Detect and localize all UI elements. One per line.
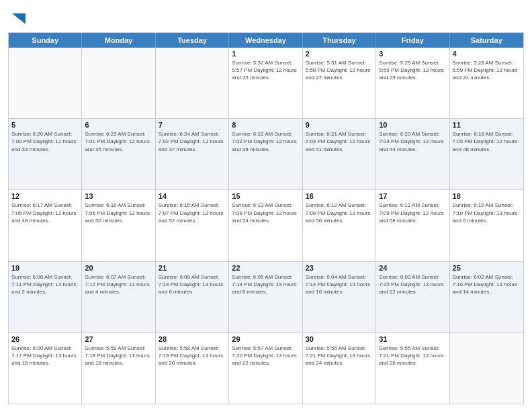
day-number: 17: [379, 192, 446, 200]
day-cell: [450, 333, 523, 404]
day-number: 2: [306, 50, 373, 58]
day-cell: 21Sunrise: 6:06 AM Sunset: 7:13 PM Dayli…: [156, 262, 229, 332]
day-info: Sunrise: 6:15 AM Sunset: 7:07 PM Dayligh…: [159, 201, 226, 224]
day-number: 13: [85, 192, 152, 200]
day-number: 24: [379, 264, 446, 272]
day-number: 20: [85, 264, 152, 272]
day-cell: 14Sunrise: 6:15 AM Sunset: 7:07 PM Dayli…: [156, 190, 229, 261]
day-info: Sunrise: 6:21 AM Sunset: 7:03 PM Dayligh…: [306, 130, 373, 153]
day-cell: 23Sunrise: 6:04 AM Sunset: 7:14 PM Dayli…: [303, 262, 376, 332]
day-info: Sunrise: 6:22 AM Sunset: 7:02 PM Dayligh…: [232, 130, 299, 153]
day-cell: 26Sunrise: 6:00 AM Sunset: 7:17 PM Dayli…: [9, 333, 82, 404]
day-info: Sunrise: 6:07 AM Sunset: 7:12 PM Dayligh…: [85, 273, 152, 296]
day-info: Sunrise: 5:57 AM Sunset: 7:20 PM Dayligh…: [232, 345, 299, 367]
day-number: 3: [379, 50, 446, 58]
day-number: 9: [306, 121, 373, 129]
page: SundayMondayTuesdayWednesdayThursdayFrid…: [0, 0, 532, 411]
day-cell: 18Sunrise: 6:10 AM Sunset: 7:10 PM Dayli…: [450, 190, 523, 261]
day-info: Sunrise: 6:02 AM Sunset: 7:16 PM Dayligh…: [453, 273, 521, 296]
day-number: 16: [306, 192, 373, 200]
day-info: Sunrise: 6:00 AM Sunset: 7:17 PM Dayligh…: [11, 345, 79, 367]
day-number: 10: [379, 121, 446, 129]
day-cell: 27Sunrise: 5:59 AM Sunset: 7:18 PM Dayli…: [82, 333, 155, 404]
day-cell: 19Sunrise: 6:08 AM Sunset: 7:11 PM Dayli…: [9, 262, 82, 332]
day-info: Sunrise: 5:32 AM Sunset: 5:57 PM Dayligh…: [232, 59, 299, 82]
day-header-wednesday: Wednesday: [229, 33, 302, 48]
day-info: Sunrise: 6:17 AM Sunset: 7:05 PM Dayligh…: [11, 201, 79, 224]
day-info: Sunrise: 6:24 AM Sunset: 7:02 PM Dayligh…: [159, 130, 226, 153]
day-info: Sunrise: 5:28 AM Sunset: 5:59 PM Dayligh…: [453, 59, 521, 82]
day-info: Sunrise: 6:05 AM Sunset: 7:14 PM Dayligh…: [232, 273, 299, 296]
week-row: 1Sunrise: 5:32 AM Sunset: 5:57 PM Daylig…: [9, 48, 523, 119]
day-cell: 8Sunrise: 6:22 AM Sunset: 7:02 PM Daylig…: [229, 119, 302, 189]
day-cell: 15Sunrise: 6:13 AM Sunset: 7:08 PM Dayli…: [229, 190, 302, 261]
day-header-tuesday: Tuesday: [156, 33, 229, 48]
day-info: Sunrise: 5:59 AM Sunset: 7:18 PM Dayligh…: [85, 345, 152, 367]
day-info: Sunrise: 5:56 AM Sunset: 7:21 PM Dayligh…: [306, 345, 373, 367]
day-number: 1: [232, 50, 299, 58]
day-number: 7: [159, 121, 226, 129]
day-info: Sunrise: 6:20 AM Sunset: 7:04 PM Dayligh…: [379, 130, 446, 153]
day-cell: 5Sunrise: 6:26 AM Sunset: 7:00 PM Daylig…: [9, 119, 82, 189]
calendar: SundayMondayTuesdayWednesdayThursdayFrid…: [8, 32, 524, 404]
day-number: 6: [85, 121, 152, 129]
week-row: 5Sunrise: 6:26 AM Sunset: 7:00 PM Daylig…: [9, 119, 523, 190]
day-number: 15: [232, 192, 299, 200]
day-info: Sunrise: 6:11 AM Sunset: 7:09 PM Dayligh…: [379, 201, 446, 224]
day-cell: 13Sunrise: 6:16 AM Sunset: 7:06 PM Dayli…: [82, 190, 155, 261]
day-cell: 17Sunrise: 6:11 AM Sunset: 7:09 PM Dayli…: [376, 190, 449, 261]
day-cell: 10Sunrise: 6:20 AM Sunset: 7:04 PM Dayli…: [376, 119, 449, 189]
day-cell: 16Sunrise: 6:12 AM Sunset: 7:09 PM Dayli…: [303, 190, 376, 261]
day-number: 19: [11, 264, 79, 272]
day-number: 14: [159, 192, 226, 200]
day-number: 21: [159, 264, 226, 272]
day-info: Sunrise: 5:58 AM Sunset: 7:19 PM Dayligh…: [159, 345, 226, 367]
day-header-thursday: Thursday: [303, 33, 376, 48]
day-info: Sunrise: 6:25 AM Sunset: 7:01 PM Dayligh…: [85, 130, 152, 153]
day-header-monday: Monday: [82, 33, 155, 48]
day-number: 30: [306, 335, 373, 343]
day-info: Sunrise: 6:04 AM Sunset: 7:14 PM Dayligh…: [306, 273, 373, 296]
day-number: 5: [11, 121, 79, 129]
day-info: Sunrise: 6:18 AM Sunset: 7:05 PM Dayligh…: [453, 130, 521, 153]
day-header-sunday: Sunday: [9, 33, 82, 48]
day-cell: 6Sunrise: 6:25 AM Sunset: 7:01 PM Daylig…: [82, 119, 155, 189]
day-info: Sunrise: 5:55 AM Sunset: 7:21 PM Dayligh…: [379, 345, 446, 367]
day-info: Sunrise: 6:26 AM Sunset: 7:00 PM Dayligh…: [11, 130, 79, 153]
day-number: 28: [159, 335, 226, 343]
day-cell: 29Sunrise: 5:57 AM Sunset: 7:20 PM Dayli…: [229, 333, 302, 404]
day-cell: 4Sunrise: 5:28 AM Sunset: 5:59 PM Daylig…: [450, 48, 523, 118]
day-number: 18: [453, 192, 521, 200]
day-cell: 7Sunrise: 6:24 AM Sunset: 7:02 PM Daylig…: [156, 119, 229, 189]
day-cell: 20Sunrise: 6:07 AM Sunset: 7:12 PM Dayli…: [82, 262, 155, 332]
day-cell: 24Sunrise: 6:03 AM Sunset: 7:15 PM Dayli…: [376, 262, 449, 332]
day-info: Sunrise: 6:08 AM Sunset: 7:11 PM Dayligh…: [11, 273, 79, 296]
day-number: 8: [232, 121, 299, 129]
day-cell: [9, 48, 82, 118]
day-number: 27: [85, 335, 152, 343]
day-cell: 9Sunrise: 6:21 AM Sunset: 7:03 PM Daylig…: [303, 119, 376, 189]
week-row: 26Sunrise: 6:00 AM Sunset: 7:17 PM Dayli…: [9, 333, 523, 404]
calendar-body: 1Sunrise: 5:32 AM Sunset: 5:57 PM Daylig…: [9, 48, 523, 404]
day-cell: 28Sunrise: 5:58 AM Sunset: 7:19 PM Dayli…: [156, 333, 229, 404]
day-cell: 1Sunrise: 5:32 AM Sunset: 5:57 PM Daylig…: [229, 48, 302, 118]
week-row: 12Sunrise: 6:17 AM Sunset: 7:05 PM Dayli…: [9, 190, 523, 261]
day-cell: [82, 48, 155, 118]
day-cell: [156, 48, 229, 118]
day-header-saturday: Saturday: [450, 33, 523, 48]
day-info: Sunrise: 6:12 AM Sunset: 7:09 PM Dayligh…: [306, 201, 373, 224]
day-cell: 2Sunrise: 5:31 AM Sunset: 5:58 PM Daylig…: [303, 48, 376, 118]
day-info: Sunrise: 6:10 AM Sunset: 7:10 PM Dayligh…: [453, 201, 521, 224]
day-cell: 30Sunrise: 5:56 AM Sunset: 7:21 PM Dayli…: [303, 333, 376, 404]
day-number: 4: [453, 50, 521, 58]
day-info: Sunrise: 6:16 AM Sunset: 7:06 PM Dayligh…: [85, 201, 152, 224]
day-cell: 3Sunrise: 5:29 AM Sunset: 5:59 PM Daylig…: [376, 48, 449, 118]
day-info: Sunrise: 6:06 AM Sunset: 7:13 PM Dayligh…: [159, 273, 226, 296]
day-number: 11: [453, 121, 521, 129]
day-cell: 25Sunrise: 6:02 AM Sunset: 7:16 PM Dayli…: [450, 262, 523, 332]
day-cell: 12Sunrise: 6:17 AM Sunset: 7:05 PM Dayli…: [9, 190, 82, 261]
day-header-friday: Friday: [376, 33, 449, 48]
day-info: Sunrise: 5:29 AM Sunset: 5:59 PM Dayligh…: [379, 59, 446, 82]
day-number: 25: [453, 264, 521, 272]
header: [8, 7, 524, 28]
